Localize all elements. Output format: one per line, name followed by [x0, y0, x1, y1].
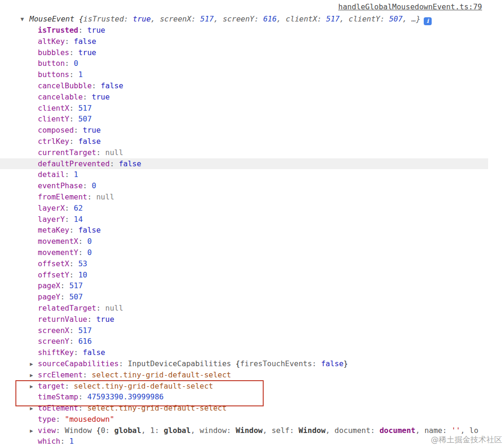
token-n: movementX	[38, 237, 78, 246]
collapsed-triangle-icon[interactable]: ▶	[30, 426, 38, 437]
token-c: :	[87, 315, 96, 324]
collapsed-triangle-icon[interactable]: ▶	[30, 359, 38, 370]
property-row-currentTarget: currentTarget: null	[0, 147, 488, 158]
token-c: :	[65, 170, 74, 179]
token-num: 507	[78, 114, 92, 123]
token-b: true	[87, 26, 105, 35]
property-row-which: which: 1	[0, 436, 488, 447]
token-num: 616	[263, 14, 277, 23]
token-c: :	[69, 337, 78, 346]
token-num: 0	[92, 181, 97, 190]
token-dn: document	[379, 426, 415, 435]
token-n: layerX	[38, 204, 65, 213]
token-n: screenY	[38, 337, 69, 346]
token-c: :	[124, 14, 133, 23]
token-k: clientX	[286, 14, 317, 23]
token-n: returnValue	[38, 315, 87, 324]
token-c: :	[105, 426, 114, 435]
token-b: false	[119, 159, 141, 168]
property-row-fromElement: fromElement: null	[0, 192, 488, 203]
property-row-view[interactable]: ▶view: Window {0: global, 1: global, win…	[0, 425, 488, 436]
property-row-composed: composed: true	[0, 125, 488, 136]
property-row-srcElement[interactable]: ▶srcElement: select.tiny-grid-default-se…	[0, 369, 488, 381]
object-preview-row[interactable]: ▼MouseEvent {isTrusted: true, screenX: 5…	[0, 14, 488, 25]
token-k: isTrusted	[84, 14, 124, 23]
property-row-type: type: "mousedown"	[0, 414, 488, 425]
source-file-link[interactable]: handleGlobalMousedownEvent.ts:79	[338, 2, 482, 11]
token-n: layerY	[38, 215, 65, 224]
property-row-target[interactable]: ▶target: select.tiny-grid-default-select	[0, 381, 488, 392]
token-c: :	[69, 70, 78, 79]
token-c: , …}	[403, 14, 421, 23]
property-row-clientX: clientX: 517	[0, 103, 488, 114]
token-num: 517	[78, 326, 92, 335]
token-n: clientY	[38, 114, 69, 123]
token-b: true	[78, 48, 97, 57]
token-n: clientX	[38, 104, 69, 113]
token-c: :	[74, 126, 83, 135]
token-n: eventPhase	[38, 181, 83, 190]
token-c: :	[78, 237, 87, 246]
collapsed-triangle-icon[interactable]: ▶	[30, 370, 38, 381]
token-ob: global	[114, 426, 141, 435]
token-s: "mousedown"	[65, 415, 114, 424]
property-row-screenY: screenY: 616	[0, 336, 488, 347]
token-c: ,	[277, 14, 286, 23]
token-c: ,	[263, 426, 272, 435]
token-c: ,	[415, 426, 424, 435]
token-c: ,	[326, 426, 335, 435]
token-num: 14	[74, 215, 83, 224]
token-c: :	[154, 426, 163, 435]
property-row-shiftKey: shiftKey: false	[0, 347, 488, 358]
object-preview-text: MouseEvent {isTrusted: true, screenX: 51…	[29, 14, 420, 23]
property-row-timeStamp: timeStamp: 47593390.39999986	[0, 391, 488, 403]
token-c: :	[254, 14, 263, 23]
token-n: pageX	[38, 281, 60, 290]
token-nd: select.tiny-grid-default-select	[74, 382, 213, 390]
token-num: 0	[87, 237, 92, 246]
info-icon[interactable]: i	[424, 17, 432, 25]
token-s: ''	[451, 426, 460, 435]
property-row-ctrlKey: ctrlKey: false	[0, 136, 488, 147]
token-c: :	[78, 26, 87, 35]
token-c: :	[289, 426, 298, 435]
token-c: :	[78, 248, 87, 257]
property-row-offsetY: offsetY: 10	[0, 270, 488, 281]
token-c: :	[65, 37, 74, 46]
property-row-relatedTarget: relatedTarget: null	[0, 303, 488, 314]
token-n: srcElement	[38, 370, 83, 379]
token-c: :	[83, 92, 91, 101]
token-n: ctrlKey	[38, 137, 69, 146]
token-num: 507	[389, 14, 403, 23]
property-row-toElement[interactable]: ▶toElement: select.tiny-grid-default-sel…	[0, 403, 488, 414]
collapsed-triangle-icon[interactable]: ▶	[30, 381, 38, 392]
token-n: currentTarget	[38, 148, 96, 157]
token-n: sourceCapabilities	[38, 359, 119, 368]
token-c: :	[317, 14, 326, 23]
token-ob: Window	[236, 426, 263, 435]
token-c: :	[83, 181, 91, 190]
property-row-bubbles: bubbles: true	[0, 47, 488, 58]
token-num: 1	[78, 70, 83, 79]
expanded-triangle-icon[interactable]: ▼	[21, 14, 29, 25]
token-num: 517	[78, 104, 92, 113]
property-row-cancelable: cancelable: true	[0, 92, 488, 103]
property-row-sourceCapabilities[interactable]: ▶sourceCapabilities: InputDeviceCapabili…	[0, 358, 488, 369]
token-c: :	[380, 14, 389, 23]
token-c: :	[69, 48, 78, 57]
token-k: screenY	[223, 14, 254, 23]
property-row-layerY: layerY: 14	[0, 214, 488, 225]
property-row-altKey: altKey: false	[0, 36, 488, 47]
token-b: true	[83, 126, 101, 135]
token-k: firesTouchEvents	[240, 359, 312, 368]
token-n: bubbles	[38, 48, 69, 57]
token-n: offsetX	[38, 259, 69, 268]
token-num: 517	[200, 14, 214, 23]
token-nul: null	[105, 148, 124, 157]
token-n: pageY	[38, 292, 60, 301]
token-n: composed	[38, 126, 74, 135]
property-row-movementX: movementX: 0	[0, 236, 488, 247]
property-row-cancelBubble: cancelBubble: false	[0, 80, 488, 92]
token-num: 616	[78, 337, 92, 346]
collapsed-triangle-icon[interactable]: ▶	[30, 403, 38, 414]
